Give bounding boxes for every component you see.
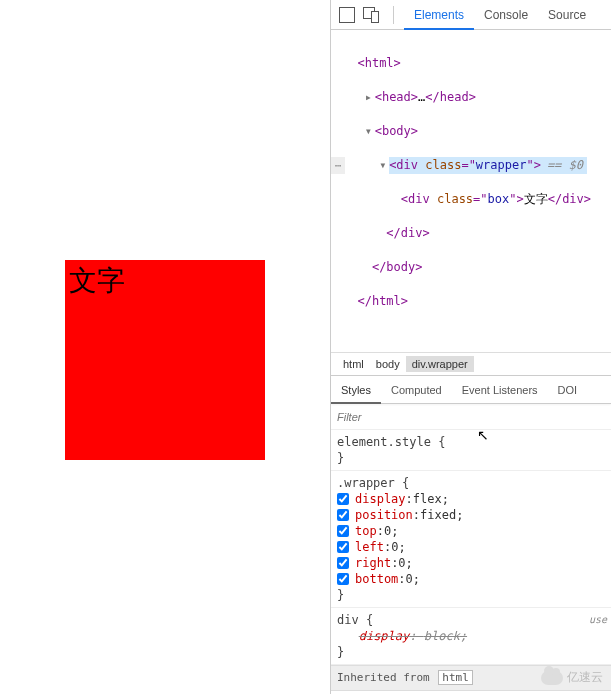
dom-node-wrapper-close[interactable]: </div> <box>343 225 607 242</box>
tab-sources[interactable]: Source <box>538 0 596 30</box>
styles-filter-row <box>331 404 611 430</box>
close-brace: } <box>337 587 605 603</box>
prop-left[interactable]: left: 0; <box>337 539 605 555</box>
selector: div { <box>337 612 605 628</box>
page-viewport: 文字 <box>0 0 330 694</box>
dom-node-html[interactable]: <html> <box>343 55 607 72</box>
devtools-toolbar: Elements Console Source <box>331 0 611 30</box>
tab-elements[interactable]: Elements <box>404 0 474 30</box>
breadcrumb-body[interactable]: body <box>370 356 406 372</box>
prop-top[interactable]: top: 0; <box>337 523 605 539</box>
prop-display[interactable]: display: flex; <box>337 491 605 507</box>
breadcrumb-wrapper[interactable]: div.wrapper <box>406 356 474 372</box>
dom-tree[interactable]: <html> ▸<head>…</head> ▾<body> ⋯ ▾<div c… <box>331 30 611 352</box>
dom-node-html-close[interactable]: </html> <box>343 293 607 310</box>
rule-element-style[interactable]: element.style { } <box>331 430 611 471</box>
box-text: 文字 <box>65 260 265 302</box>
watermark-text: 亿速云 <box>567 669 603 686</box>
close-brace: } <box>337 450 605 466</box>
prop-right[interactable]: right: 0; <box>337 555 605 571</box>
wrapper-box: 文字 <box>65 260 265 460</box>
breadcrumb: html body div.wrapper <box>331 352 611 376</box>
styles-tab-listeners[interactable]: Event Listeners <box>452 376 548 404</box>
toolbar-separator <box>393 6 394 24</box>
prop-toggle-checkbox[interactable] <box>337 493 349 505</box>
styles-tab-dom[interactable]: DOI <box>548 376 588 404</box>
prop-toggle-checkbox[interactable] <box>337 525 349 537</box>
watermark: 亿速云 <box>541 669 603 686</box>
dom-node-head[interactable]: ▸<head>…</head> <box>343 89 607 106</box>
rule-origin: use <box>589 612 607 628</box>
selector: .wrapper { <box>337 475 605 491</box>
styles-tab-computed[interactable]: Computed <box>381 376 452 404</box>
close-brace: } <box>337 644 605 660</box>
cloud-icon <box>541 671 563 685</box>
devtools-panel: Elements Console Source <html> ▸<head>…<… <box>330 0 611 694</box>
prop-toggle-checkbox[interactable] <box>337 573 349 585</box>
tab-console[interactable]: Console <box>474 0 538 30</box>
inherited-from-link[interactable]: html <box>438 670 473 685</box>
inspect-icon[interactable] <box>339 7 355 23</box>
dom-node-body-close[interactable]: </body> <box>343 259 607 276</box>
prop-display-override[interactable]: display: block; <box>337 628 605 644</box>
breadcrumb-html[interactable]: html <box>337 356 370 372</box>
device-toggle-icon[interactable] <box>363 7 379 23</box>
dom-node-wrapper[interactable]: ⋯ ▾<div class="wrapper">== $0 <box>343 157 607 174</box>
prop-toggle-checkbox[interactable] <box>337 509 349 521</box>
styles-body: element.style { } .wrapper { display: fl… <box>331 430 611 694</box>
dom-node-box[interactable]: <div class="box">文字</div> <box>343 191 607 208</box>
prop-bottom[interactable]: bottom: 0; <box>337 571 605 587</box>
selector: element.style { <box>337 434 605 450</box>
styles-filter-input[interactable] <box>331 407 611 427</box>
prop-toggle-checkbox[interactable] <box>337 557 349 569</box>
prop-position[interactable]: position: fixed; <box>337 507 605 523</box>
rule-div-ua[interactable]: use div { display: block; } <box>331 608 611 665</box>
styles-tabs: Styles Computed Event Listeners DOI <box>331 376 611 404</box>
rule-wrapper[interactable]: .wrapper { display: flex; position: fixe… <box>331 471 611 608</box>
styles-tab-styles[interactable]: Styles <box>331 376 381 404</box>
prop-toggle-checkbox[interactable] <box>337 541 349 553</box>
dom-node-body[interactable]: ▾<body> <box>343 123 607 140</box>
